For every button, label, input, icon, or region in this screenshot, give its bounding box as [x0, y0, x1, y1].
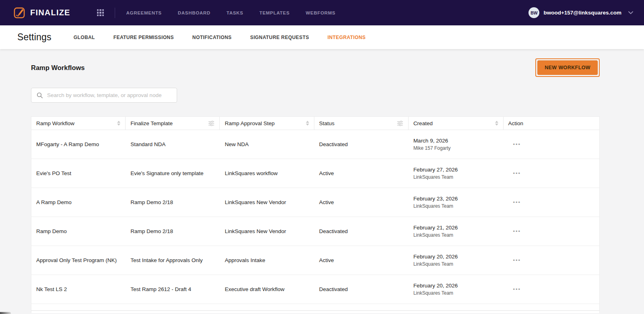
cell-action: •••: [504, 199, 600, 205]
row-actions-menu-button[interactable]: •••: [508, 228, 521, 234]
filter-icon[interactable]: [397, 121, 403, 126]
sort-icon[interactable]: [117, 121, 120, 126]
cell-ramp-approval-step: LinkSquares New Vendor: [220, 199, 314, 205]
main-content: Ramp Workflows NEW WORKFLOW Ramp Workflo…: [0, 49, 644, 313]
row-actions-menu-button[interactable]: •••: [508, 141, 521, 147]
section-heading: Ramp Workflows: [31, 64, 85, 72]
created-date: February 23, 2026: [413, 196, 499, 202]
table-row: Evie's PO Test Evie's Signature only tem…: [31, 159, 599, 188]
settings-tabs: GLOBAL FEATURE PERMISSIONS NOTIFICATIONS…: [64, 32, 375, 43]
workflows-table: Ramp Workflow Finalize Template: [31, 116, 600, 313]
cell-finalize-template: Ramp Demo 2/18: [126, 228, 220, 234]
user-email: bwood+157@linksquares.com: [543, 10, 621, 16]
cell-ramp-workflow: Approval Only Test Program (NK): [31, 257, 126, 263]
nav-link-dashboard[interactable]: DASHBOARD: [178, 10, 211, 15]
avatar: BW: [528, 7, 539, 18]
cell-ramp-approval-step: New NDA: [220, 141, 314, 147]
cell-ramp-workflow: Nk Test LS 2: [31, 286, 126, 292]
table-row: A Ramp Demo Ramp Demo 2/18 LinkSquares N…: [31, 188, 599, 217]
cell-action: •••: [504, 257, 600, 263]
tab-feature-permissions[interactable]: FEATURE PERMISSIONS: [104, 32, 183, 43]
chevron-down-icon: [628, 11, 634, 14]
cell-status: Active: [314, 170, 409, 176]
cell-ramp-approval-step: LinkSquares New Vendor: [220, 228, 314, 234]
column-label: Ramp Approval Step: [225, 120, 275, 126]
created-by: LinkSquares Team: [413, 261, 499, 267]
column-header-action[interactable]: Action: [504, 117, 600, 130]
column-header-created[interactable]: Created: [409, 117, 504, 130]
brand-name: FINALIZE: [30, 8, 70, 17]
tab-notifications[interactable]: NOTIFICATIONS: [183, 32, 241, 43]
cell-created: February 20, 2026 LinkSquares Team: [409, 283, 504, 296]
row-actions-menu-button[interactable]: •••: [508, 170, 521, 176]
cell-status: Active: [314, 199, 409, 205]
created-date: February 20, 2026: [413, 283, 499, 289]
cell-status: Deactivated: [314, 286, 409, 292]
cell-action: •••: [504, 170, 600, 176]
cell-action: •••: [504, 228, 600, 234]
filter-icon[interactable]: [208, 121, 215, 126]
nav-link-tasks[interactable]: TASKS: [227, 10, 244, 15]
created-date: February 27, 2026: [413, 167, 499, 173]
cell-action: •••: [504, 286, 600, 292]
created-by: LinkSquares Team: [413, 203, 499, 209]
search-input[interactable]: [47, 92, 171, 98]
cell-ramp-workflow: Evie's PO Test: [31, 170, 126, 176]
sort-icon[interactable]: [306, 121, 309, 126]
new-workflow-button[interactable]: NEW WORKFLOW: [537, 60, 598, 75]
cell-created: February 23, 2026 LinkSquares Team: [409, 196, 504, 209]
created-by: LinkSquares Team: [413, 232, 499, 238]
apps-grid-icon[interactable]: [97, 9, 104, 17]
cell-action: •••: [504, 141, 600, 147]
cell-finalize-template: Evie's Signature only template: [126, 170, 220, 176]
cell-created: March 9, 2026 Mike 157 Fogarty: [409, 138, 504, 151]
top-navbar: FINALIZE AGREEMENTS DASHBOARD TASKS TEMP…: [0, 0, 644, 25]
cell-created: February 20, 2026 LinkSquares Team: [409, 254, 504, 267]
cell-status: Active: [314, 257, 409, 263]
nav-link-templates[interactable]: TEMPLATES: [259, 10, 289, 15]
cell-ramp-workflow: MFogarty - A Ramp Demo: [31, 141, 126, 147]
nav-divider: [115, 8, 115, 18]
table-footer-strip: [31, 304, 599, 311]
search-icon: [37, 92, 43, 99]
nav-link-webforms[interactable]: WEBFORMS: [306, 10, 336, 15]
cell-ramp-approval-step: LinkSquares workflow: [220, 170, 314, 176]
nav-link-agreements[interactable]: AGREEMENTS: [126, 10, 162, 15]
cell-finalize-template: Ramp Demo 2/18: [126, 199, 220, 205]
column-header-status[interactable]: Status: [314, 117, 409, 130]
column-label: Status: [319, 120, 334, 126]
user-menu[interactable]: BW bwood+157@linksquares.com: [528, 7, 634, 18]
created-by: LinkSquares Team: [413, 174, 499, 180]
column-header-finalize-template[interactable]: Finalize Template: [126, 117, 220, 130]
search-box: [31, 88, 177, 103]
cell-ramp-workflow: Ramp Demo: [31, 228, 126, 234]
table-row: Ramp Demo Ramp Demo 2/18 LinkSquares New…: [31, 217, 599, 246]
cell-ramp-approval-step: Approvals Intake: [220, 257, 314, 263]
cell-status: Deactivated: [314, 141, 409, 147]
created-by: Mike 157 Fogarty: [413, 145, 499, 151]
column-header-ramp-approval-step[interactable]: Ramp Approval Step: [220, 117, 314, 130]
page-title: Settings: [17, 32, 52, 43]
cell-created: February 21, 2026 LinkSquares Team: [409, 225, 504, 238]
row-actions-menu-button[interactable]: •••: [508, 286, 521, 292]
row-actions-menu-button[interactable]: •••: [508, 199, 521, 205]
cell-created: February 27, 2026 LinkSquares Team: [409, 167, 504, 180]
created-date: March 9, 2026: [413, 138, 499, 144]
column-header-ramp-workflow[interactable]: Ramp Workflow: [31, 117, 126, 130]
created-by: LinkSquares Team: [413, 290, 499, 296]
table-row: Nk Test LS 2 Test Ramp 2612 - Draft 4 Ex…: [31, 275, 599, 304]
created-date: February 20, 2026: [413, 254, 499, 260]
created-date: February 21, 2026: [413, 225, 499, 231]
finalize-logo-icon: [13, 6, 26, 19]
sort-icon[interactable]: [495, 121, 498, 126]
tab-integrations[interactable]: INTEGRATIONS: [318, 32, 375, 43]
primary-nav: AGREEMENTS DASHBOARD TASKS TEMPLATES WEB…: [126, 10, 336, 15]
table-row: MFogarty - A Ramp Demo Standard NDA New …: [31, 130, 599, 159]
cell-finalize-template: Test Intake for Approvals Only: [126, 257, 220, 263]
cell-ramp-workflow: A Ramp Demo: [31, 199, 126, 205]
cell-status: Deactivated: [314, 228, 409, 234]
tab-global[interactable]: GLOBAL: [64, 32, 104, 43]
tab-signature-requests[interactable]: SIGNATURE REQUESTS: [241, 32, 318, 43]
row-actions-menu-button[interactable]: •••: [508, 257, 521, 263]
table-body: MFogarty - A Ramp Demo Standard NDA New …: [31, 130, 599, 304]
